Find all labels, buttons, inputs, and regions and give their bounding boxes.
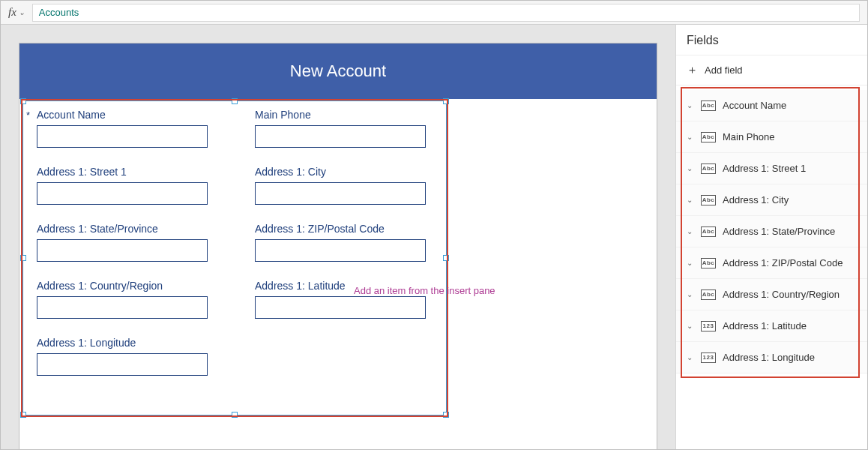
form-field: Main Phone <box>255 109 437 148</box>
type-badge-123: 123 <box>701 352 716 363</box>
field-item-zip[interactable]: ⌄ Abc Address 1: ZIP/Postal Code <box>676 248 867 279</box>
field-label: Address 1: State/Province <box>37 223 158 235</box>
form-grid: * Account Name Main Phone <box>32 109 437 376</box>
resize-handle[interactable] <box>443 98 449 104</box>
fields-list: ⌄ Abc Account Name ⌄ Abc Main Phone ⌄ Ab… <box>676 86 867 378</box>
fx-label-text: fx <box>8 6 16 19</box>
resize-handle[interactable] <box>443 412 449 418</box>
resize-handle[interactable] <box>232 412 238 418</box>
field-item-longitude[interactable]: ⌄ 123 Address 1: Longitude <box>676 342 867 374</box>
state-input[interactable] <box>37 239 208 262</box>
chevron-down-icon: ⌄ <box>687 133 694 141</box>
chevron-down-icon: ⌄ <box>687 290 694 298</box>
field-item-label: Address 1: Country/Region <box>723 289 840 300</box>
resize-handle[interactable] <box>20 98 26 104</box>
zip-input[interactable] <box>255 239 426 262</box>
country-input[interactable] <box>37 296 208 319</box>
chevron-down-icon: ⌄ <box>687 196 694 204</box>
chevron-down-icon: ⌄ <box>687 101 694 110</box>
field-label: Address 1: City <box>255 166 326 178</box>
field-item-label: Account Name <box>723 100 786 111</box>
type-badge-abc: Abc <box>701 100 716 111</box>
field-label: Address 1: Street 1 <box>37 166 127 178</box>
formula-bar: fx ⌄ Accounts <box>1 1 867 25</box>
type-badge-abc: Abc <box>701 226 716 237</box>
field-item-label: Address 1: ZIP/Postal Code <box>723 257 843 268</box>
latitude-input[interactable] <box>255 296 426 319</box>
account-name-input[interactable] <box>37 125 208 148</box>
street1-input[interactable] <box>37 182 208 205</box>
field-item-main-phone[interactable]: ⌄ Abc Main Phone <box>676 122 867 153</box>
resize-handle[interactable] <box>20 412 26 418</box>
form-field: Address 1: Longitude <box>37 337 219 376</box>
field-item-label: Address 1: City <box>723 194 789 206</box>
canvas-area: New Account * Account Name <box>1 25 675 449</box>
longitude-input[interactable] <box>37 353 208 376</box>
fx-button[interactable]: fx ⌄ <box>8 6 25 19</box>
app-header: New Account <box>19 44 657 99</box>
app-title: New Account <box>290 62 386 81</box>
form-field: Address 1: State/Province <box>37 223 219 262</box>
insert-placeholder: Add an item from the insert pane <box>354 285 495 296</box>
form-field: Address 1: ZIP/Postal Code <box>255 223 437 262</box>
plus-icon: ＋ <box>687 63 697 77</box>
field-item-label: Address 1: Longitude <box>723 352 815 363</box>
field-item-street1[interactable]: ⌄ Abc Address 1: Street 1 <box>676 153 867 184</box>
chevron-down-icon: ⌄ <box>687 353 694 362</box>
form-field: Address 1: City <box>255 166 437 205</box>
field-item-state[interactable]: ⌄ Abc Address 1: State/Province <box>676 216 867 248</box>
app-surface[interactable]: New Account * Account Name <box>19 43 657 450</box>
field-label: Address 1: Longitude <box>37 337 136 349</box>
form-field: Address 1: Country/Region <box>37 280 219 319</box>
field-item-latitude[interactable]: ⌄ 123 Address 1: Latitude <box>676 310 867 342</box>
type-badge-abc: Abc <box>701 258 716 268</box>
form-field: * Account Name <box>37 109 219 148</box>
city-input[interactable] <box>255 182 426 205</box>
type-badge-abc: Abc <box>701 164 716 174</box>
form-field: Address 1: Street 1 <box>37 166 219 205</box>
type-badge-123: 123 <box>701 321 716 332</box>
field-label: Address 1: Country/Region <box>37 280 163 292</box>
field-item-label: Main Phone <box>723 131 774 142</box>
resize-handle[interactable] <box>443 255 449 261</box>
fields-pane: Fields ＋ Add field ⌄ Abc Account Name ⌄ … <box>675 25 867 449</box>
chevron-down-icon: ⌄ <box>687 259 694 267</box>
field-label: Main Phone <box>255 109 311 121</box>
fields-pane-title: Fields <box>676 25 867 56</box>
add-field-label: Add field <box>705 64 743 76</box>
field-item-account-name[interactable]: ⌄ Abc Account Name <box>676 90 867 122</box>
formula-value: Accounts <box>39 7 79 18</box>
chevron-down-icon: ⌄ <box>687 322 694 330</box>
field-item-country[interactable]: ⌄ Abc Address 1: Country/Region <box>676 279 867 310</box>
field-item-label: Address 1: State/Province <box>723 226 835 237</box>
formula-input[interactable]: Accounts <box>32 4 860 22</box>
resize-handle[interactable] <box>232 98 238 104</box>
main-phone-input[interactable] <box>255 125 426 148</box>
chevron-down-icon: ⌄ <box>19 8 25 16</box>
field-item-city[interactable]: ⌄ Abc Address 1: City <box>676 184 867 216</box>
field-label: Account Name <box>37 109 106 121</box>
chevron-down-icon: ⌄ <box>687 164 694 172</box>
type-badge-abc: Abc <box>701 290 716 300</box>
type-badge-abc: Abc <box>701 195 716 206</box>
field-label: Address 1: ZIP/Postal Code <box>255 223 385 235</box>
field-label: Address 1: Latitude <box>255 280 346 292</box>
field-item-label: Address 1: Street 1 <box>723 163 806 174</box>
type-badge-abc: Abc <box>701 132 716 142</box>
resize-handle[interactable] <box>20 255 26 261</box>
required-mark: * <box>26 110 32 121</box>
form-control-selected[interactable]: * Account Name Main Phone <box>22 100 447 416</box>
chevron-down-icon: ⌄ <box>687 227 694 236</box>
add-field-button[interactable]: ＋ Add field <box>676 56 867 86</box>
field-item-label: Address 1: Latitude <box>723 320 807 332</box>
